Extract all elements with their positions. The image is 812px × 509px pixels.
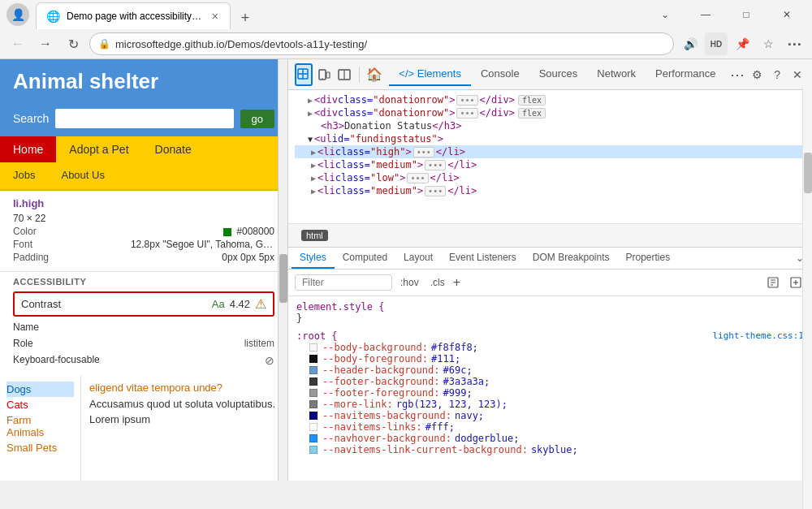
tab-performance[interactable]: Performance bbox=[646, 63, 725, 86]
filter-add-btn[interactable]: + bbox=[453, 275, 460, 290]
styles-tab-properties[interactable]: Properties bbox=[618, 248, 679, 269]
styles-panel: Styles Computed Layout Event Listeners D… bbox=[288, 248, 812, 481]
root-block: :root { light-theme.css:1 --body-backgro… bbox=[296, 330, 804, 455]
back-btn[interactable]: ← bbox=[6, 32, 29, 55]
dom-collapse-li-med2[interactable]: ▶ bbox=[311, 187, 316, 196]
win-close-btn[interactable]: ✕ bbox=[768, 3, 806, 26]
devtools-settings-btn[interactable]: ⚙ bbox=[749, 63, 766, 86]
dom-collapse-1[interactable]: ▶ bbox=[308, 96, 313, 105]
inspect-element-btn[interactable] bbox=[295, 63, 313, 86]
sidebar-cats[interactable]: Cats bbox=[6, 397, 74, 412]
pin-icon[interactable]: 📌 bbox=[731, 32, 754, 55]
dom-collapse-ul[interactable]: ▼ bbox=[308, 135, 313, 144]
dom-ellipsis-2[interactable]: ••• bbox=[456, 108, 477, 119]
tab-elements[interactable]: </> Elements bbox=[389, 63, 471, 86]
device-emulation-btn[interactable] bbox=[316, 63, 333, 86]
color-swatch-navbg[interactable] bbox=[309, 412, 317, 420]
site-title: Animal shelter bbox=[13, 69, 274, 94]
devtools-panel: 🏠 </> Elements Console Sources Network P… bbox=[288, 59, 812, 481]
color-swatch-navlinks[interactable] bbox=[309, 423, 317, 431]
dom-ellipsis-high[interactable]: ••• bbox=[413, 147, 434, 157]
hd-icon[interactable]: HD bbox=[705, 32, 728, 55]
dom-ellipsis-med1[interactable]: ••• bbox=[425, 160, 446, 170]
tab-network[interactable]: Network bbox=[587, 63, 646, 86]
content-text3: Lorem ipsum bbox=[89, 412, 279, 428]
keyboard-value-icon: ⊘ bbox=[265, 354, 274, 367]
css-prop-nav-current: --navitems-link-current-background: skyb… bbox=[296, 444, 804, 455]
html-badge: html bbox=[301, 230, 328, 241]
forward-btn[interactable]: → bbox=[34, 32, 57, 55]
dom-collapse-2[interactable]: ▶ bbox=[308, 109, 313, 118]
read-aloud-icon[interactable]: 🔊 bbox=[679, 32, 702, 55]
star-icon[interactable]: ☆ bbox=[757, 32, 780, 55]
color-value: #008000 bbox=[223, 226, 274, 237]
win-minimize-btn[interactable]: — bbox=[687, 3, 724, 26]
css-source-link[interactable]: light-theme.css:1 bbox=[712, 330, 804, 341]
dom-row-li-high[interactable]: ▶ <li class="high" > ••• </li> bbox=[295, 145, 806, 158]
color-swatch-body-fg[interactable] bbox=[309, 355, 317, 363]
font-row: Font 12.8px "Segoe UI", Tahoma, Geneva, … bbox=[13, 239, 274, 250]
styles-tab-event-listeners[interactable]: Event Listeners bbox=[441, 248, 525, 269]
win-chevron-btn[interactable]: ⌄ bbox=[646, 3, 684, 26]
browser-chrome: 👤 🌐 Demo page with accessibility iss × +… bbox=[0, 0, 812, 59]
url-bar[interactable]: 🔒 microsoftedge.github.io/Demos/devtools… bbox=[89, 32, 674, 55]
dom-ellipsis-1[interactable]: ••• bbox=[456, 95, 477, 106]
devtools-scrollbar[interactable] bbox=[802, 88, 812, 481]
color-swatch-body-bg[interactable] bbox=[309, 343, 317, 352]
active-tab[interactable]: 🌐 Demo page with accessibility iss × bbox=[36, 2, 231, 29]
website-scrollbar[interactable] bbox=[278, 59, 287, 481]
styles-filter-bar: :hov .cls + bbox=[288, 270, 812, 296]
devtools-scroll-thumb[interactable] bbox=[804, 153, 812, 193]
tab-console[interactable]: Console bbox=[471, 63, 529, 86]
panel-layout-btn[interactable] bbox=[335, 63, 352, 86]
styles-tab-computed[interactable]: Computed bbox=[335, 248, 395, 269]
styles-tab-styles[interactable]: Styles bbox=[292, 248, 335, 269]
sidebar-dogs[interactable]: Dogs bbox=[6, 382, 74, 397]
dom-ellipsis-low[interactable]: ••• bbox=[407, 173, 428, 183]
nav-adopt[interactable]: Adopt a Pet bbox=[56, 136, 141, 162]
color-swatch-nav-current[interactable] bbox=[309, 446, 317, 454]
dom-collapse-li-high[interactable]: ▶ bbox=[311, 148, 316, 157]
url-text: microsoftedge.github.io/Demos/devtools-a… bbox=[115, 38, 665, 50]
filter-hov-btn[interactable]: :hov bbox=[397, 275, 422, 290]
site-main-content: eligend vitae tempora unde? Accusamus qu… bbox=[81, 375, 287, 481]
color-swatch-footer-bg[interactable] bbox=[309, 377, 317, 386]
site-nav: Home Adopt a Pet Donate bbox=[0, 136, 287, 162]
styles-tab-dom-breakpoints[interactable]: DOM Breakpoints bbox=[525, 248, 618, 269]
devtools-help-btn[interactable]: ? bbox=[769, 63, 786, 86]
win-maximize-btn[interactable]: □ bbox=[728, 3, 765, 26]
refresh-btn[interactable]: ↻ bbox=[62, 32, 84, 55]
styles-tab-layout[interactable]: Layout bbox=[395, 248, 441, 269]
search-go-button[interactable]: go bbox=[240, 110, 274, 128]
new-tab-btn[interactable]: + bbox=[234, 6, 257, 29]
styles-computed-icon-btn[interactable] bbox=[763, 273, 783, 292]
tab-close-btn[interactable]: × bbox=[210, 8, 220, 24]
dom-collapse-li-med1[interactable]: ▶ bbox=[311, 161, 316, 170]
more-tools-btn[interactable]: ⋯ bbox=[728, 63, 745, 86]
main-layout: Animal shelter Search go Home Adopt a Pe… bbox=[0, 59, 812, 481]
search-input[interactable] bbox=[55, 109, 233, 128]
home-btn[interactable]: 🏠 bbox=[366, 63, 383, 86]
devtools-close-btn[interactable]: ✕ bbox=[788, 63, 806, 86]
styles-filter-input[interactable] bbox=[295, 274, 392, 291]
sidebar-farm[interactable]: FarmAnimals bbox=[6, 412, 74, 440]
color-swatch-navhover[interactable] bbox=[309, 434, 317, 442]
subnav-jobs[interactable]: Jobs bbox=[0, 166, 48, 184]
role-row: Role listitem bbox=[13, 336, 274, 351]
sidebar-small-pets[interactable]: Small Pets bbox=[6, 440, 74, 455]
dom-collapse-li-low[interactable]: ▶ bbox=[311, 174, 316, 183]
website-scroll-thumb[interactable] bbox=[279, 254, 287, 303]
dom-ellipsis-med2[interactable]: ••• bbox=[425, 186, 446, 196]
nav-home[interactable]: Home bbox=[0, 136, 56, 162]
filter-cls-btn[interactable]: .cls bbox=[427, 275, 448, 290]
more-btn[interactable]: ⋯ bbox=[783, 32, 806, 55]
color-swatch-header-bg[interactable] bbox=[309, 366, 317, 374]
color-swatch-footer-fg[interactable] bbox=[309, 389, 317, 397]
subnav-about[interactable]: About Us bbox=[48, 166, 117, 184]
css-prop-header-bg: --header-background: #69c; bbox=[296, 364, 804, 376]
nav-donate[interactable]: Donate bbox=[142, 136, 205, 162]
color-swatch-more-link[interactable] bbox=[309, 400, 317, 408]
font-value: 12.8px "Segoe UI", Tahoma, Geneva, Ver..… bbox=[131, 239, 274, 250]
element-style-block: element.style { } bbox=[296, 301, 804, 324]
tab-sources[interactable]: Sources bbox=[529, 63, 588, 86]
